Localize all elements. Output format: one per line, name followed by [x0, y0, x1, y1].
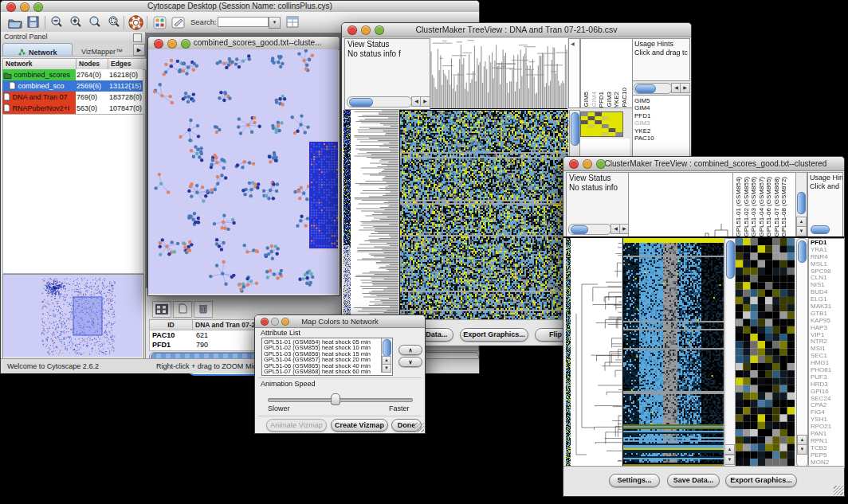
minimize-button[interactable]	[167, 39, 177, 49]
settings-button[interactable]: Settings...	[609, 474, 660, 487]
animate-vizmap-button[interactable]: Animate Vizmap	[266, 419, 327, 432]
column-label[interactable]: GPL51-02 (GSM855)	[743, 177, 751, 237]
overview-canvas[interactable]	[3, 275, 142, 357]
attribute-item[interactable]: GPL51-07 (GSM868) heat shock 60 min	[262, 369, 392, 374]
data-row-value[interactable]: 790	[196, 340, 208, 350]
minimize-button[interactable]	[583, 159, 592, 169]
search-input[interactable]	[218, 17, 269, 27]
scroll-right-arrow[interactable]: ▶	[420, 96, 430, 107]
column-label[interactable]: GIM4	[591, 92, 599, 107]
scroll-down-arrow[interactable]: ▼	[797, 444, 807, 455]
tab-overflow-button[interactable]: ▶	[133, 44, 145, 56]
gene-list-vscrollbar[interactable]: ▲ ▼	[796, 238, 808, 467]
heatmap-vscrollbar[interactable]: ▲ ▼	[724, 238, 736, 467]
zoom-button[interactable]	[33, 2, 43, 12]
scroll-down-arrow[interactable]: ▼	[796, 226, 807, 236]
float-panel-icon[interactable]	[133, 33, 142, 42]
data-col-id[interactable]: ID	[149, 319, 193, 330]
table-row[interactable]: combined_scores 2764(0) 16218(0)	[2, 69, 143, 80]
scrollbar-thumb[interactable]	[635, 84, 656, 93]
zoom-actual-icon[interactable]	[87, 14, 103, 30]
gene-label[interactable]: GIM5	[633, 97, 689, 104]
column-label[interactable]: GPL51-04 (GSM857)	[758, 177, 766, 237]
close-button[interactable]	[154, 39, 163, 49]
zoom-in-icon[interactable]	[68, 14, 84, 30]
zoom-button[interactable]	[281, 318, 289, 326]
dialog-titlebar[interactable]: Map Colors to Network	[255, 315, 425, 328]
export-graphics-button[interactable]: Export Graphics...	[725, 474, 797, 487]
minimize-button[interactable]	[271, 318, 279, 326]
gene-label[interactable]: GIM4	[633, 104, 689, 111]
network-canvas[interactable]	[148, 49, 338, 294]
data-row-value[interactable]: 621	[196, 330, 208, 340]
scrollbar-thumb[interactable]	[349, 98, 373, 107]
scrollbar-thumb[interactable]	[811, 225, 830, 234]
resize-grip[interactable]	[834, 486, 843, 495]
zoom-fit-icon[interactable]	[106, 14, 122, 30]
column-label[interactable]: GIM5	[583, 92, 591, 107]
col-header-edges[interactable]: Edges	[108, 58, 147, 70]
column-label[interactable]: PFD1	[598, 92, 606, 107]
gene-label[interactable]: GIM3	[633, 119, 689, 127]
table-row-selected[interactable]: combined_sco 2569(6) 13112(15)	[2, 80, 143, 92]
resize-grip[interactable]	[414, 423, 424, 432]
move-down-button[interactable]: ∨	[398, 357, 422, 367]
table-row[interactable]: RNAPuberNov2+I 563(0) 107847(0)	[2, 103, 143, 114]
scroll-right-arrow[interactable]: ▶	[680, 83, 690, 93]
splitter-strip[interactable]: ◀	[568, 38, 580, 108]
heatmap-canvas[interactable]	[399, 110, 568, 320]
scroll-down-arrow[interactable]: ▼	[724, 455, 735, 465]
zoom-button[interactable]	[375, 25, 384, 35]
save-icon[interactable]	[26, 14, 41, 30]
column-dendrogram-canvas[interactable]	[628, 172, 733, 237]
global-overview-strip[interactable]	[344, 110, 351, 319]
zoomed-heatmap-canvas[interactable]	[736, 238, 795, 466]
tab-vizmapper[interactable]: VizMapper™	[73, 43, 132, 55]
new-document-icon[interactable]	[173, 301, 192, 318]
zoom-out-icon[interactable]	[49, 14, 65, 30]
minimize-button[interactable]	[20, 2, 29, 12]
move-up-button[interactable]: ∧	[398, 345, 422, 355]
column-label[interactable]: GPL51-01 (GSM854)	[735, 177, 743, 237]
scrollbar-thumb[interactable]	[726, 240, 735, 279]
minimize-button[interactable]	[361, 25, 371, 35]
gene-label[interactable]: YKE2	[633, 127, 689, 135]
open-folder-icon[interactable]	[7, 14, 23, 30]
annotation-icon[interactable]	[171, 14, 186, 30]
export-graphics-button[interactable]: Export Graphics...	[460, 328, 528, 342]
network-overview[interactable]	[2, 274, 144, 359]
column-label[interactable]: GIM3	[606, 92, 614, 107]
column-label[interactable]: GPL51-06 (GSM865)	[765, 177, 773, 237]
scrollbar-thumb[interactable]	[798, 240, 807, 263]
attribute-table-icon[interactable]	[285, 14, 300, 30]
help-ring-icon[interactable]	[128, 14, 143, 30]
search-dropdown-button[interactable]: ▼	[269, 17, 281, 29]
column-label[interactable]: PAC10	[621, 88, 629, 107]
column-dendrogram-canvas[interactable]	[430, 38, 567, 109]
table-row[interactable]: DNA and Tran 07 769(0) 183728(0)	[2, 92, 143, 103]
table-mode-icon[interactable]	[152, 301, 171, 318]
scroll-down-arrow[interactable]: ▼	[382, 364, 391, 373]
row-dendrogram-canvas[interactable]	[571, 238, 622, 466]
vizmapper-icon[interactable]	[151, 14, 167, 30]
selected-submatrix-canvas[interactable]	[580, 111, 623, 137]
zoom-button[interactable]	[596, 159, 606, 169]
labels-vscrollbar[interactable]: ▲ ▼	[795, 172, 807, 238]
scrollbar-thumb[interactable]	[383, 339, 391, 357]
close-button[interactable]	[569, 159, 579, 169]
col-header-nodes[interactable]: Nodes	[76, 58, 111, 70]
create-vizmap-button[interactable]: Create Vizmap	[331, 419, 388, 432]
column-label[interactable]: GPL51-07 (GSM868)	[773, 177, 781, 237]
column-label[interactable]: GPL51-08 (GSM872)	[780, 177, 788, 237]
treeview2-titlebar[interactable]: ClusterMaker TreeView : combined_scores_…	[563, 157, 844, 171]
view-status-hscrollbar[interactable]	[568, 224, 611, 235]
row-dendrogram-canvas[interactable]	[351, 110, 398, 319]
treeview1-titlebar[interactable]: ClusterMaker TreeView : DNA and Tran 07-…	[342, 23, 691, 37]
scrollbar-thumb[interactable]	[797, 192, 806, 214]
attribute-list-vscrollbar[interactable]: ▲ ▼	[381, 338, 391, 373]
col-header-network[interactable]: Network	[2, 58, 79, 70]
column-label[interactable]: YKE2	[613, 92, 621, 107]
gene-label[interactable]: PFD1	[633, 112, 689, 119]
save-data-button[interactable]: Save Data...	[667, 474, 720, 487]
close-button[interactable]	[347, 25, 357, 35]
